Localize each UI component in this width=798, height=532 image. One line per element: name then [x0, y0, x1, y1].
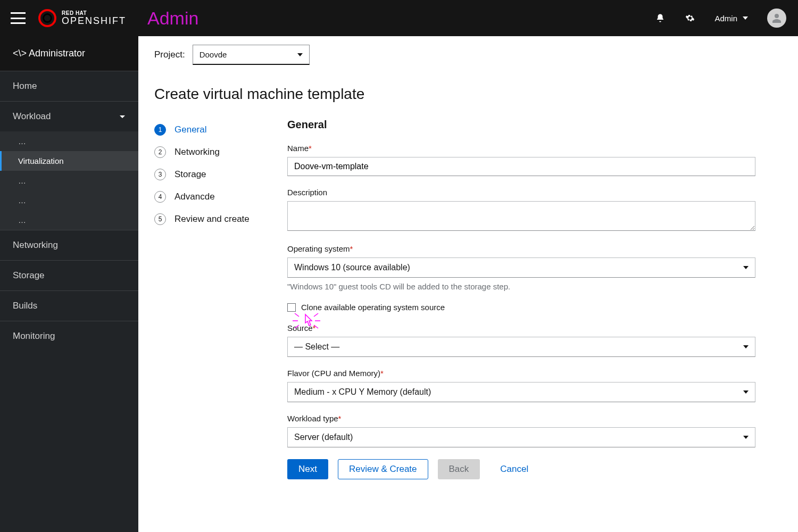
chevron-down-icon [743, 16, 748, 20]
user-menu[interactable]: Admin [714, 14, 748, 23]
app-title: Admin [147, 8, 198, 29]
svg-line-2 [295, 313, 299, 317]
form-heading: General [287, 119, 755, 131]
avatar[interactable] [767, 9, 786, 28]
cancel-button[interactable]: Cancel [489, 459, 539, 479]
hamburger-icon[interactable] [11, 12, 26, 24]
source-selected-value: — Select — [294, 342, 339, 352]
brand-logo-block: RED HAT OPENSHIFT [38, 9, 126, 27]
perspective-switcher[interactable]: <\> Administrator [0, 36, 138, 71]
wizard-steps: 1 General 2 Networking 3 Storage 4 Advan… [154, 119, 266, 479]
source-label: Source* [287, 323, 755, 332]
user-menu-label: Admin [714, 14, 737, 23]
sidebar-item-label: Home [13, 81, 37, 92]
wizard-step-networking[interactable]: 2 Networking [154, 141, 266, 163]
project-label: Project: [154, 49, 185, 60]
sidebar-item-monitoring[interactable]: Monitoring [0, 321, 138, 351]
page-title: Create virtual machine template [138, 74, 798, 119]
wizard-step-general[interactable]: 1 General [154, 119, 266, 141]
os-select[interactable]: Windows 10 (source available) [287, 257, 755, 278]
sidebar: <\> Administrator Home Workload … Virtua… [0, 36, 138, 532]
brand-bottom: OPENSHIFT [62, 16, 126, 26]
form-actions: Next Review & Create Back Cancel [287, 459, 755, 479]
flavor-select[interactable]: Medium - x CPU Y Memory (default) [287, 382, 755, 402]
sidebar-item-builds[interactable]: Builds [0, 290, 138, 321]
name-label: Name* [287, 144, 755, 153]
os-selected-value: Windows 10 (source available) [294, 263, 410, 272]
project-select[interactable]: Doovde [193, 45, 310, 65]
workload-label: Workload type* [287, 414, 755, 423]
sidebar-item-label: Workload [13, 111, 51, 122]
sidebar-sub-item[interactable]: … [0, 210, 138, 230]
sidebar-item-label: Networking [13, 240, 58, 251]
sidebar-item-label: Storage [13, 270, 45, 281]
description-input[interactable] [287, 201, 755, 231]
flavor-selected-value: Medium - x CPU Y Memory (default) [294, 387, 431, 397]
next-button[interactable]: Next [287, 459, 328, 479]
chevron-down-icon [743, 345, 749, 348]
chevron-down-icon [297, 53, 303, 56]
openshift-logo-icon [38, 9, 56, 27]
sidebar-sub-item[interactable]: … [0, 131, 138, 151]
sidebar-sub-item-virtualization[interactable]: Virtualization [0, 151, 138, 171]
sidebar-workload-submenu: … Virtualization … … … [0, 131, 138, 230]
name-input[interactable] [287, 157, 755, 176]
wizard-step-review[interactable]: 5 Review and create [154, 208, 266, 230]
masthead: RED HAT OPENSHIFT Admin Admin [0, 0, 798, 36]
form-general: General Name* Description Operating syst… [287, 119, 755, 479]
clone-source-label: Clone available operating system source [301, 303, 445, 312]
sidebar-sub-item[interactable]: … [0, 171, 138, 190]
workload-select[interactable]: Server (default) [287, 427, 755, 447]
sidebar-item-home[interactable]: Home [0, 71, 138, 101]
wizard-step-storage[interactable]: 3 Storage [154, 163, 266, 186]
review-create-button[interactable]: Review & Create [338, 459, 428, 479]
chevron-down-icon [743, 266, 749, 269]
flavor-label: Flavor (CPU and Memory)* [287, 369, 755, 378]
sidebar-item-workload[interactable]: Workload [0, 101, 138, 131]
gear-icon[interactable] [685, 13, 695, 23]
back-button: Back [438, 459, 480, 479]
sidebar-item-label: Monitoring [13, 331, 55, 342]
svg-line-3 [314, 313, 318, 317]
chevron-down-icon [743, 436, 749, 439]
sidebar-item-storage[interactable]: Storage [0, 260, 138, 290]
sidebar-item-label: Builds [13, 301, 37, 311]
description-label: Description [287, 188, 755, 197]
source-select[interactable]: — Select — [287, 337, 755, 357]
sidebar-sub-item[interactable]: … [0, 190, 138, 210]
wizard-step-advanced[interactable]: 4 Advancde [154, 186, 266, 208]
os-helper-text: "Windows 10" guest tools CD will be adde… [287, 282, 755, 291]
project-selected-value: Doovde [200, 50, 227, 59]
project-bar: Project: Doovde [138, 36, 798, 74]
os-label: Operating system* [287, 244, 755, 253]
clone-source-checkbox[interactable] [287, 303, 296, 312]
chevron-down-icon [119, 111, 126, 122]
bell-icon[interactable] [655, 13, 666, 23]
sidebar-item-networking[interactable]: Networking [0, 230, 138, 260]
chevron-down-icon [743, 390, 749, 394]
main-content: Project: Doovde Create virtual machine t… [138, 36, 798, 532]
workload-selected-value: Server (default) [294, 433, 353, 442]
